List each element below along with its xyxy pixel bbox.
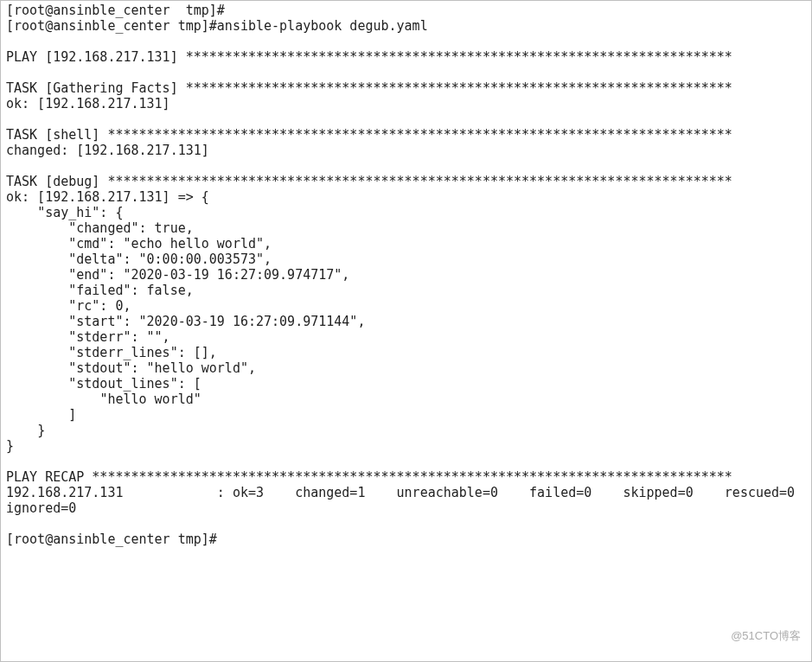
- debug-l10: "stderr": "",: [6, 329, 170, 345]
- task-gather-status: ok: [192.168.217.131]: [6, 96, 170, 111]
- debug-l9: "start": "2020-03-19 16:27:09.971144",: [6, 314, 365, 329]
- debug-l11: "stderr_lines": [],: [6, 345, 217, 360]
- task-debug-header: TASK [debug] ***************************…: [6, 174, 732, 189]
- debug-l4: "cmd": "echo hello world",: [6, 236, 272, 251]
- prompt-idle: [root@ansinble_center tmp]#: [6, 532, 217, 547]
- debug-l6: "end": "2020-03-19 16:27:09.974717",: [6, 267, 349, 283]
- prompt-call: [root@ansinble_center tmp]#ansible-playb…: [6, 18, 428, 34]
- recap-row: 192.168.217.131 : ok=3 changed=1 unreach…: [6, 485, 811, 516]
- terminal-output[interactable]: [root@ansinble_center tmp]# [root@ansinb…: [1, 1, 811, 552]
- recap-header: PLAY RECAP *****************************…: [6, 469, 732, 485]
- task-gather-header: TASK [Gathering Facts] *****************…: [6, 80, 732, 96]
- task-shell-header: TASK [shell] ***************************…: [6, 127, 732, 143]
- debug-l7: "failed": false,: [6, 283, 194, 298]
- debug-l15: ]: [6, 407, 76, 423]
- watermark: @51CTO博客: [731, 628, 801, 644]
- debug-l8: "rc": 0,: [6, 298, 131, 314]
- debug-l14: "hello world": [6, 391, 201, 407]
- debug-l16: }: [6, 423, 45, 438]
- play-header: PLAY [192.168.217.131] *****************…: [6, 49, 732, 65]
- prompt-prev-trail: [root@ansinble_center tmp]#: [6, 3, 225, 18]
- debug-l13: "stdout_lines": [: [6, 376, 201, 391]
- debug-l2: "say_hi": {: [6, 205, 123, 220]
- debug-l5: "delta": "0:00:00.003573",: [6, 251, 272, 267]
- debug-l1: ok: [192.168.217.131] => {: [6, 189, 209, 205]
- debug-l17: }: [6, 438, 14, 454]
- debug-l12: "stdout": "hello world",: [6, 360, 256, 376]
- task-shell-status: changed: [192.168.217.131]: [6, 143, 209, 158]
- debug-l3: "changed": true,: [6, 220, 194, 236]
